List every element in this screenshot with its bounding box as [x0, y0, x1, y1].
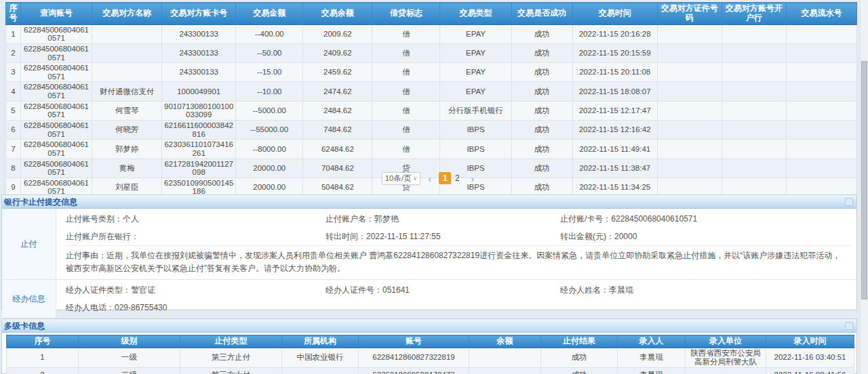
column-header[interactable]: 止付结果 — [541, 335, 618, 348]
page-size-select[interactable]: 10条/页 ∨ — [382, 172, 421, 185]
table-cell — [786, 82, 856, 101]
multi-card-panel-title: 多级卡信息 — [4, 319, 45, 333]
column-header[interactable]: 交易是否成功 — [511, 3, 572, 25]
table-cell — [786, 63, 856, 82]
table-row[interactable]: 16228450068040610571243300133--400.00200… — [6, 24, 857, 43]
field-label: 止付账户名： — [326, 214, 374, 224]
table-cell: 6 — [6, 121, 21, 140]
column-header[interactable]: 交易对方证件号码 — [657, 3, 722, 25]
table-cell: 2409.62 — [303, 43, 372, 62]
field-value: 警官证 — [131, 285, 155, 295]
column-header[interactable]: 交易对方账号开户行 — [722, 3, 786, 25]
table-cell — [469, 368, 541, 374]
scrollbar-thumb[interactable] — [861, 61, 867, 299]
table-cell — [786, 121, 856, 140]
table-cell: 6216611600003842816 — [162, 121, 236, 140]
multi-card-table-wrap: 序号级别止付类型所属机构账号余额止付结果录入人录入单位录入时间 1一级第三方止付… — [6, 335, 852, 374]
column-header[interactable]: 录入单位 — [686, 335, 766, 348]
field-row: 经办人证件类型：警官证经办人证件号：051641经办人姓名：李晨琨 — [66, 281, 851, 299]
table-cell — [722, 43, 786, 62]
page-button-1[interactable]: 1 — [439, 172, 451, 184]
column-header[interactable]: 所属机构 — [282, 335, 359, 348]
table-cell: IBPS — [440, 121, 511, 140]
table-row[interactable]: 26228450068040610571243300133--50.002409… — [6, 43, 857, 62]
table-cell: 6228450068040610571 — [21, 121, 92, 140]
next-page-button[interactable]: › — [469, 173, 475, 184]
table-cell: 何雪琴 — [92, 101, 162, 120]
table-cell: 何晓芳 — [92, 121, 162, 140]
table-row[interactable]: 56228450068040610571何雪琴90107130801001000… — [6, 101, 857, 120]
table-cell — [282, 368, 359, 374]
collapse-icon[interactable] — [845, 198, 853, 206]
table-cell: 借 — [372, 43, 440, 62]
page-button-2[interactable]: 2 — [451, 172, 463, 184]
table-cell — [786, 140, 856, 159]
column-header[interactable]: 录入时间 — [766, 335, 854, 348]
field-value: 20000 — [614, 232, 637, 241]
column-header[interactable]: 止付类型 — [180, 335, 282, 348]
table-cell: 成功 — [541, 348, 618, 367]
table-cell: 分行版手机银行 — [440, 101, 511, 120]
table-row[interactable]: 1一级第三方止付中国农业银行6228412860827322819成功李晨琨陕西… — [7, 348, 854, 367]
column-header[interactable]: 交易时间 — [572, 3, 657, 25]
table-cell: 6228450068040610571 — [21, 101, 92, 120]
table-row[interactable]: 76228450068040610571郭梦婷62303611010734162… — [6, 140, 857, 159]
column-header[interactable]: 交易对方账卡号 — [162, 3, 236, 25]
column-header[interactable]: 序号 — [7, 335, 79, 348]
table-cell: 财付通微信支付 — [92, 82, 162, 101]
column-header[interactable]: 交易金额 — [236, 3, 303, 25]
table-cell — [657, 140, 722, 159]
table-row[interactable]: 2二级第三方止付6235010990500170473成功李晨琨2022-11-… — [7, 368, 854, 374]
table-cell: EPAY — [440, 82, 511, 101]
column-header[interactable]: 交易余额 — [303, 3, 372, 25]
field-label: 转出时间： — [326, 232, 366, 241]
table-cell: --50.00 — [236, 43, 303, 62]
stop-payment-reason-text: 止付事由：近期，我单位在接报刘妮被骗警情中，发现涉案人员利用贵单位相关账户 曹鸿… — [66, 245, 851, 278]
table-cell: 2022-11-15 20:15:59 — [572, 43, 657, 62]
table-cell: 6228450068040610571 — [21, 140, 92, 159]
column-header[interactable]: 序号 — [6, 3, 21, 25]
collapse-icon[interactable] — [845, 322, 853, 330]
field-value: 郭梦艳 — [374, 214, 399, 224]
table-row[interactable]: 66228450068040610571何晓芳62166116000038428… — [6, 121, 857, 140]
column-header[interactable]: 录入人 — [618, 335, 686, 348]
vertical-scrollbar[interactable] — [860, 0, 868, 374]
column-header[interactable]: 余额 — [469, 335, 541, 348]
page-size-value: 10条/页 — [385, 173, 412, 184]
info-field: 经办人电话：029-86755430 — [66, 302, 326, 314]
stop-payment-review-page: 序号查询账号交易对方名称交易对方账卡号交易金额交易余额借贷标志交易类型交易是否成… — [0, 0, 868, 374]
table-cell: 7 — [6, 140, 21, 159]
table-row[interactable]: 46228450068040610571财付通微信支付1000049901--1… — [6, 82, 857, 101]
table-cell: 2022-11-15 20:11:08 — [572, 63, 657, 82]
stop-payment-panel-body: 止付止付账号类别：个人止付账户名：郭梦艳止付账/卡号：6228450068040… — [2, 209, 856, 318]
table-cell: 6228450068040610571 — [21, 82, 92, 101]
page-number-list: 12 — [439, 172, 463, 184]
column-header[interactable]: 查询账号 — [21, 3, 92, 25]
field-value: 029-86755430 — [115, 303, 167, 312]
column-header[interactable]: 账号 — [359, 335, 469, 348]
info-field: 转出金额(元)：20000 — [560, 231, 851, 243]
table-cell — [722, 101, 786, 120]
table-cell: 一级 — [79, 348, 180, 367]
table-cell — [657, 82, 722, 101]
column-header[interactable]: 交易流水号 — [786, 3, 856, 25]
field-label: 转出金额(元)： — [560, 232, 614, 241]
column-header[interactable]: 交易对方名称 — [92, 3, 162, 25]
header-row: 序号级别止付类型所属机构账号余额止付结果录入人录入单位录入时间 — [7, 335, 854, 348]
field-label: 止付账号类别： — [66, 214, 123, 224]
column-header[interactable]: 级别 — [79, 335, 180, 348]
prev-page-button[interactable]: ‹ — [427, 173, 433, 184]
table-cell — [657, 101, 722, 120]
table-cell: 成功 — [511, 101, 572, 120]
multi-card-panel: 多级卡信息 序号级别止付类型所属机构账号余额止付结果录入人录入单位录入时间 1一… — [1, 318, 857, 374]
table-cell: EPAY — [440, 43, 511, 62]
table-cell: 9010713080100100033099 — [162, 101, 236, 120]
table-row[interactable]: 36228450068040610571243300133--15.002459… — [6, 63, 857, 82]
info-field: 经办人证件号：051641 — [326, 285, 560, 296]
column-header[interactable]: 交易类型 — [440, 3, 511, 25]
column-header[interactable]: 借贷标志 — [372, 3, 440, 25]
field-label: 经办人姓名： — [560, 285, 609, 295]
table-cell: 243300133 — [162, 24, 236, 43]
multi-card-table-body: 1一级第三方止付中国农业银行6228412860827322819成功李晨琨陕西… — [7, 348, 854, 374]
group-content: 止付账号类别：个人止付账户名：郭梦艳止付账/卡号：622845006804061… — [56, 209, 856, 279]
